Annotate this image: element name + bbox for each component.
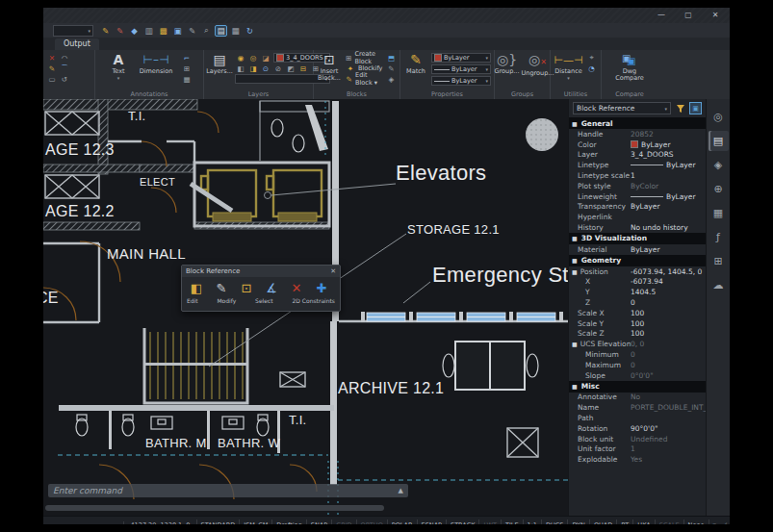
layer-lock-icon[interactable]: ◪ [260, 53, 271, 63]
property-value[interactable]: ByColor [631, 182, 706, 190]
layer-match-icon[interactable]: ⊙ [260, 63, 271, 73]
insert-block-button[interactable]: ⊡ Insert Block... [317, 53, 342, 82]
attrib-icon[interactable]: ✎ [385, 63, 397, 73]
layer-off-icon[interactable]: ◨ [247, 63, 259, 73]
property-value[interactable]: 20852 [631, 130, 706, 139]
layers-button[interactable]: ▤ Layers... [207, 53, 232, 75]
attachments-icon[interactable]: ⊕ [709, 179, 729, 199]
status-toggle-none[interactable]: None [683, 519, 709, 524]
table-icon[interactable]: ⊞ [181, 63, 193, 73]
wipeout-icon[interactable]: ▩ [157, 25, 169, 37]
property-value[interactable]: 100 [631, 329, 706, 338]
id-point-icon[interactable]: ⌖ [586, 53, 598, 63]
property-value[interactable]: 1404.5 [631, 288, 706, 296]
constraints-button[interactable]: ∡ [260, 278, 283, 297]
group-button[interactable]: ◎} Group... [495, 53, 520, 75]
text-button[interactable]: A Text▾ [106, 53, 131, 81]
area-icon[interactable]: ◔ [586, 63, 598, 73]
refresh-icon[interactable]: ↻ [244, 25, 256, 37]
properties-panel-icon[interactable]: ▤ [709, 131, 729, 151]
section-header[interactable]: ■3D Visualization [569, 233, 706, 244]
status-toggle-rt[interactable]: RT [616, 519, 632, 524]
redline-icon[interactable]: ✎ [114, 25, 126, 37]
property-value[interactable]: 0 [631, 298, 706, 307]
status-toggle-standard[interactable]: STANDARD [196, 519, 240, 524]
delete-button[interactable]: ✕ [285, 278, 308, 297]
edit-block-button[interactable]: ✎Edit Block ▾ [345, 74, 382, 84]
status-toggle-tile[interactable]: TILE [501, 519, 523, 524]
status-toggle-snap[interactable]: SNAP [306, 519, 331, 524]
property-value[interactable]: 0 [631, 350, 706, 359]
property-value[interactable]: 1 [631, 444, 706, 453]
dwg-compare-button[interactable]: ▣▣ Dwg Compare [615, 53, 644, 82]
property-value[interactable]: 3_4_DOORS [631, 150, 706, 159]
layer-freeze-icon[interactable]: ◎ [247, 53, 259, 63]
ref-icon[interactable]: ◈ [385, 74, 397, 84]
status-toggle-scale[interactable]: SCALE [655, 519, 683, 524]
section-header[interactable]: ■Geometry [569, 255, 706, 266]
property-value[interactable]: No [631, 393, 706, 401]
block-toolbar-close-icon[interactable]: ✕ [330, 267, 336, 275]
property-value[interactable]: 0, 0 [631, 340, 706, 348]
layer-walk-icon[interactable]: ⊘ [272, 63, 284, 73]
components-icon[interactable]: ◈ [709, 155, 729, 175]
zoom-icon[interactable]: ⌕ [200, 25, 213, 37]
property-value[interactable]: 100 [631, 309, 706, 317]
property-value[interactable]: -6073.94 [631, 277, 706, 286]
layer-thaw-icon[interactable]: ◩ [285, 63, 296, 73]
status-toggle-ducs[interactable]: DUCS [541, 519, 567, 524]
hatch-icon[interactable]: ▦ [181, 74, 193, 84]
erase-icon[interactable]: ✕ [46, 53, 58, 63]
status-toggle-grid[interactable]: GRID [331, 519, 355, 524]
curve-icon[interactable]: ⌒ [59, 63, 70, 73]
status-toggle-1-1[interactable]: 1:1 [523, 519, 541, 524]
block-toolbar-titlebar[interactable]: Block Reference ✕ [182, 266, 340, 277]
fx-icon[interactable]: ƒ [709, 227, 729, 247]
sketch-icon[interactable]: ✎ [46, 63, 58, 73]
distance-button[interactable]: ⊢—⊣ Distance▾ [554, 53, 582, 81]
property-value[interactable]: 1 [631, 171, 706, 180]
layer-on-icon[interactable]: ◉ [235, 53, 246, 63]
status-toggle-polar[interactable]: POLAR [387, 519, 417, 524]
status-toggle--[interactable]: ▾ [709, 519, 720, 524]
property-value[interactable]: 90°0'0" [631, 424, 706, 433]
quick-select-icon[interactable]: ▣ [689, 102, 702, 114]
rect-icon[interactable]: ▭ [46, 74, 58, 84]
property-value[interactable]: ByLayer [631, 202, 706, 211]
section-header[interactable]: ■General [569, 117, 706, 129]
maximize-button[interactable]: ▢ [682, 8, 695, 23]
edit-block-button[interactable]: ◧ [185, 278, 208, 297]
property-value[interactable]: PORTE_DOUBLE_INT_200 [631, 403, 706, 412]
workspace-dropdown[interactable]: ▾ [53, 25, 93, 37]
property-value[interactable]: Yes [631, 455, 706, 464]
tab-output[interactable]: Output [55, 38, 99, 50]
note-icon[interactable]: ◆ [128, 25, 141, 37]
arc-icon[interactable]: ◠ [59, 53, 70, 63]
status-toggle-dyn[interactable]: DYN [567, 519, 588, 524]
close-button[interactable]: ✕ [709, 8, 722, 23]
drawing-canvas[interactable]: T.I.AGE 12.3ELECTAGE 12.2ElevatorsSTORAG… [43, 99, 568, 516]
lock-icon[interactable]: ⬒ [385, 53, 397, 63]
property-value[interactable]: ByLayer [631, 161, 706, 169]
cloud-icon[interactable]: ☁ [709, 275, 729, 295]
lineweight-dropdown[interactable]: ByLayer▾ [431, 64, 491, 74]
multileader-icon[interactable]: ⌐ [181, 53, 193, 63]
layer-prev-icon[interactable]: ⊟ [297, 63, 309, 73]
status-toggle-hka[interactable]: HKA [632, 519, 654, 524]
command-line[interactable]: Enter command ▲ [48, 484, 408, 497]
markup-icon[interactable]: ✎ [99, 25, 112, 37]
property-value[interactable]: Undefined [631, 435, 706, 443]
filter-icon[interactable] [674, 102, 686, 114]
color-dropdown[interactable]: ByLayer▾ [431, 53, 491, 63]
linetype-dropdown[interactable]: ByLayer▾ [431, 76, 491, 86]
sheet-set-icon[interactable]: ▦ [709, 203, 729, 223]
status-toggle-strack[interactable]: STRACK [446, 519, 478, 524]
property-value[interactable]: ByLayer [631, 245, 706, 254]
status-toggle-quad[interactable]: QUAD [589, 519, 616, 524]
move-button[interactable]: ✚ [310, 278, 333, 297]
status-toggle-esnap[interactable]: ESNAP [417, 519, 446, 524]
light-icon[interactable]: ◎ [709, 107, 729, 127]
status-toggle-ism-cm[interactable]: ISM_CM [239, 519, 271, 524]
attach-icon[interactable]: ✎ [186, 25, 198, 37]
create-block-button[interactable]: ⊞Create Block [345, 53, 382, 63]
